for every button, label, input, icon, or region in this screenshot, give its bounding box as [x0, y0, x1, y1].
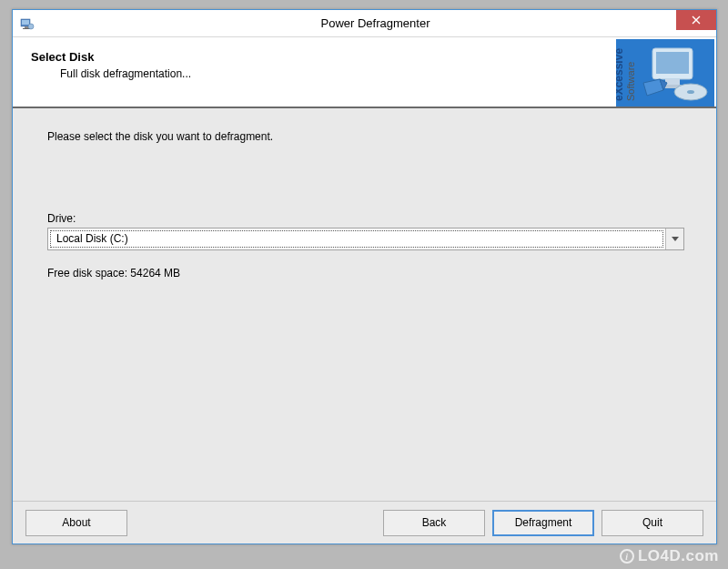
defragment-button[interactable]: Defragment	[492, 510, 594, 536]
back-button[interactable]: Back	[383, 510, 485, 536]
app-window: Power Defragmenter Select Disk Full disk…	[12, 9, 717, 544]
close-icon	[692, 15, 701, 25]
watermark-text: LO4D.com	[638, 547, 719, 565]
quit-button[interactable]: Quit	[602, 510, 703, 536]
wizard-header: Select Disk Full disk defragmentation...…	[13, 37, 716, 108]
svg-point-16	[687, 90, 694, 94]
wizard-footer: About Back Defragment Quit	[13, 502, 716, 544]
chevron-down-icon	[672, 237, 679, 242]
free-space-text: Free disk space: 54264 MB	[47, 267, 689, 279]
svg-text:eXcessive: eXcessive	[616, 48, 625, 101]
app-icon	[20, 16, 35, 31]
window-title: Power Defragmenter	[35, 16, 716, 30]
svg-rect-1	[22, 20, 29, 25]
svg-rect-2	[25, 26, 28, 28]
about-button[interactable]: About	[25, 510, 127, 536]
titlebar[interactable]: Power Defragmenter	[13, 10, 716, 37]
drive-label: Drive:	[47, 212, 689, 225]
step-title: Select Disk	[31, 50, 616, 64]
svg-rect-13	[665, 79, 680, 85]
info-icon: i	[620, 549, 634, 564]
wizard-content: Please select the disk you want to defra…	[13, 108, 716, 502]
step-subtitle: Full disk defragmentation...	[60, 67, 616, 80]
drive-select[interactable]: Local Disk (C:)	[47, 228, 684, 250]
brand-logo: eXcessive Software	[616, 39, 714, 107]
svg-text:Software: Software	[625, 62, 636, 101]
svg-point-4	[28, 24, 34, 29]
close-button[interactable]	[676, 10, 716, 30]
instruction-text: Please select the disk you want to defra…	[47, 130, 689, 143]
watermark: i LO4D.com	[620, 547, 719, 565]
drive-selected-value: Local Disk (C:)	[50, 230, 663, 248]
dropdown-arrow[interactable]	[665, 229, 683, 249]
svg-rect-12	[656, 52, 689, 74]
